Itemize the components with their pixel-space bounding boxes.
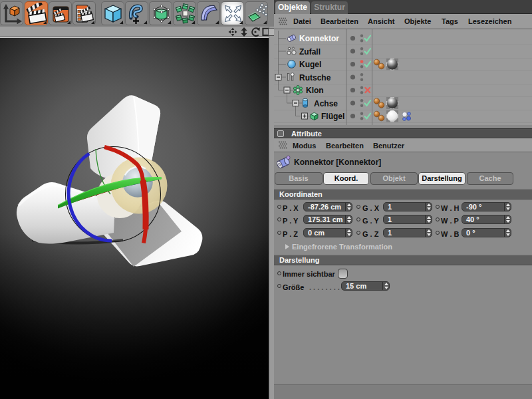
- svg-text:Zufall: Zufall: [299, 47, 321, 57]
- svg-text:Rutsche: Rutsche: [299, 73, 331, 82]
- svg-text:Achse: Achse: [314, 99, 338, 108]
- svg-text:Konnektor: Konnektor: [299, 34, 339, 43]
- svg-text:Kugel: Kugel: [299, 60, 321, 69]
- svg-text:Flügel: Flügel: [321, 112, 344, 121]
- svg-text:Klon: Klon: [306, 86, 324, 95]
